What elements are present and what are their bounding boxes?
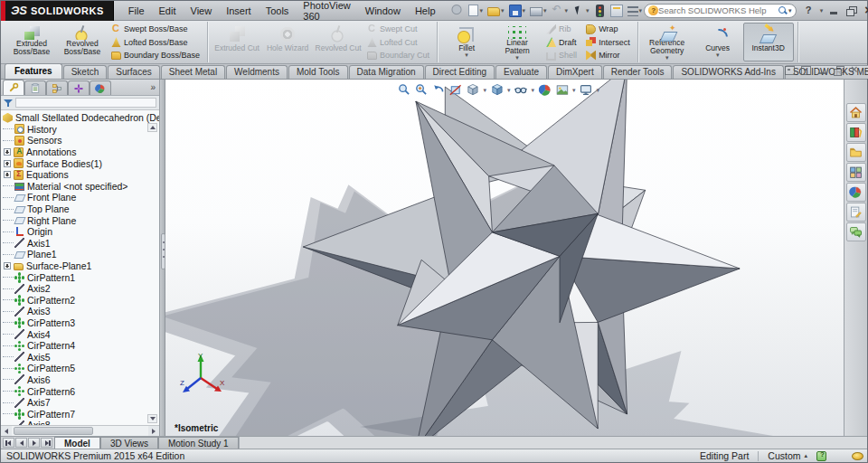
rebuild-button[interactable] [592, 4, 608, 18]
tree-item-axis2[interactable]: Axis2 [3, 283, 159, 295]
scroll-left-button[interactable] [1, 426, 12, 436]
tree-item-cirpattern2[interactable]: CirPattern2 [3, 295, 159, 307]
wrap-button[interactable]: Wrap [584, 23, 632, 36]
menu-file[interactable]: File [121, 4, 152, 18]
previous-view-button[interactable] [430, 82, 446, 98]
file-properties-button[interactable] [609, 4, 625, 18]
tree-item-cirpattern3[interactable]: CirPattern3 [3, 317, 159, 329]
search-icon[interactable] [778, 5, 788, 15]
graphics-viewport[interactable]: ▾▾▾▾▾ Y X Z *Isometric [165, 80, 844, 436]
boundary-boss-base-button[interactable]: Boundary Boss/Base [109, 49, 202, 62]
swept-cut-button[interactable]: Swept Cut [365, 23, 431, 36]
tree-item-cirpattern7[interactable]: CirPattern7 [3, 408, 159, 420]
hide-show-items-caret-icon[interactable]: ▾ [531, 87, 534, 94]
view-orientation-caret-icon[interactable]: ▾ [483, 87, 486, 94]
linear-pattern-button[interactable]: Linear Pattern▾ [492, 23, 542, 61]
lofted-boss-base-button[interactable]: Lofted Boss/Base [109, 35, 202, 49]
tree-item-axis6[interactable]: Axis6 [3, 374, 159, 386]
design-library-button[interactable] [846, 123, 866, 142]
file-explorer-button[interactable] [846, 143, 866, 162]
tree-item-cirpattern1[interactable]: CirPattern1 [3, 271, 159, 283]
close-button[interactable] [863, 5, 868, 16]
tree-item-history[interactable]: History [3, 124, 159, 136]
revolved-cut-button[interactable]: Revolved Cut [313, 23, 363, 61]
expand-icon[interactable] [4, 160, 11, 167]
tree-item-cirpattern6[interactable]: CirPattern6 [3, 385, 159, 397]
resource-monitor-icon[interactable] [852, 452, 863, 460]
pin-button[interactable] [448, 4, 465, 18]
tab-weldments[interactable]: Weldments [226, 65, 288, 79]
reference-geometry-caret-icon[interactable]: ▾ [665, 55, 669, 61]
tree-item-cirpattern4[interactable]: CirPattern4 [3, 340, 159, 352]
custom-properties-button[interactable] [846, 203, 866, 222]
search-scope-caret-icon[interactable]: ▾ [788, 7, 792, 14]
bottom-tab-3d-views[interactable]: 3D Views [100, 437, 158, 449]
tab-solidworks-add-ins[interactable]: SOLIDWORKS Add-Ins [673, 65, 783, 79]
zoom-to-area-button[interactable] [413, 82, 429, 98]
view-settings-caret-icon[interactable]: ▾ [597, 87, 600, 94]
print-caret-icon[interactable]: ▾ [543, 7, 547, 14]
options-caret-icon[interactable]: ▾ [639, 7, 643, 14]
tree-item-axis7[interactable]: Axis7 [3, 397, 159, 409]
doc-close-button[interactable] [850, 66, 860, 75]
section-view-button[interactable] [448, 82, 463, 98]
menu-edit[interactable]: Edit [152, 4, 184, 18]
configurationmanager-tab[interactable] [46, 80, 68, 95]
zoom-to-fit-button[interactable] [396, 82, 411, 98]
draft-button[interactable]: Draft [544, 35, 579, 49]
tab-evaluate[interactable]: Evaluate [495, 65, 547, 79]
print-button[interactable]: ▾ [528, 4, 549, 17]
restore-button[interactable] [845, 5, 857, 16]
scrollbar-thumb[interactable] [14, 427, 93, 435]
tree-item-plane1[interactable]: Plane1 [3, 249, 159, 260]
tree-item-surface-bodies-1[interactable]: Surface Bodies(1) [3, 157, 159, 169]
apply-scene-caret-icon[interactable]: ▾ [572, 87, 576, 94]
swept-boss-base-button[interactable]: Swept Boss/Base [109, 23, 202, 36]
mirror-button[interactable]: Mirror [584, 49, 632, 62]
hole-wizard-button[interactable]: Hole Wizard [262, 23, 313, 61]
select-caret-icon[interactable]: ▾ [586, 7, 590, 14]
options-button[interactable]: ▾ [626, 4, 645, 17]
open-button[interactable]: ▾ [486, 4, 506, 17]
minimize-button[interactable] [828, 5, 840, 16]
search-input[interactable] [658, 5, 778, 15]
new-caret-icon[interactable]: ▾ [480, 7, 484, 14]
fillet-caret-icon[interactable]: ▾ [465, 52, 468, 58]
pane-layout-2-icon[interactable] [801, 66, 811, 75]
curves-caret-icon[interactable]: ▾ [716, 52, 720, 58]
undo-caret-icon[interactable]: ▾ [565, 7, 569, 14]
tab-render-tools[interactable]: Render Tools [603, 65, 673, 79]
curves-button[interactable]: Curves▾ [693, 23, 743, 61]
menu-help[interactable]: Help [408, 4, 443, 18]
intersect-button[interactable]: Intersect [584, 35, 632, 49]
menu-photoview-360[interactable]: PhotoView 360 [296, 0, 357, 24]
menu-view[interactable]: View [184, 4, 220, 18]
bottom-tab-motion-study-1[interactable]: Motion Study 1 [158, 437, 239, 449]
appearances-scenes-button[interactable] [846, 183, 866, 202]
rib-button[interactable]: Rib [544, 23, 579, 36]
expand-icon[interactable] [4, 262, 11, 269]
tree-item-surface-plane1[interactable]: Surface-Plane1 [3, 260, 159, 272]
tab-surfaces[interactable]: Surfaces [108, 65, 159, 79]
solidworks-resources-button[interactable] [846, 103, 866, 122]
filter-input[interactable] [15, 98, 156, 108]
extruded-boss-base-button[interactable]: Extruded Boss/Base [6, 23, 57, 61]
tab-sketch[interactable]: Sketch [63, 65, 108, 79]
menu-tools[interactable]: Tools [259, 4, 297, 18]
view-orientation-button[interactable] [465, 82, 480, 98]
scroll-right-button[interactable] [148, 426, 159, 436]
new-button[interactable]: ▾ [466, 4, 486, 17]
filter-funnel-icon[interactable] [4, 99, 13, 108]
tree-item-axis5[interactable]: Axis5 [3, 351, 159, 363]
custom-properties-status-icon[interactable] [816, 451, 826, 461]
linear-pattern-caret-icon[interactable]: ▾ [515, 55, 519, 61]
expand-icon[interactable] [4, 148, 11, 156]
view-settings-button[interactable] [579, 82, 594, 98]
bottom-scroll-track[interactable] [239, 437, 867, 449]
boundary-cut-button[interactable]: Boundary Cut [365, 49, 431, 62]
open-caret-icon[interactable]: ▾ [501, 7, 505, 14]
tree-item-front-plane[interactable]: Front Plane [3, 192, 159, 203]
tree-item-annotations[interactable]: Annotations [3, 146, 159, 158]
help-search-box[interactable]: ? ▾ [644, 4, 797, 18]
tree-item-axis3[interactable]: Axis3 [3, 306, 159, 317]
